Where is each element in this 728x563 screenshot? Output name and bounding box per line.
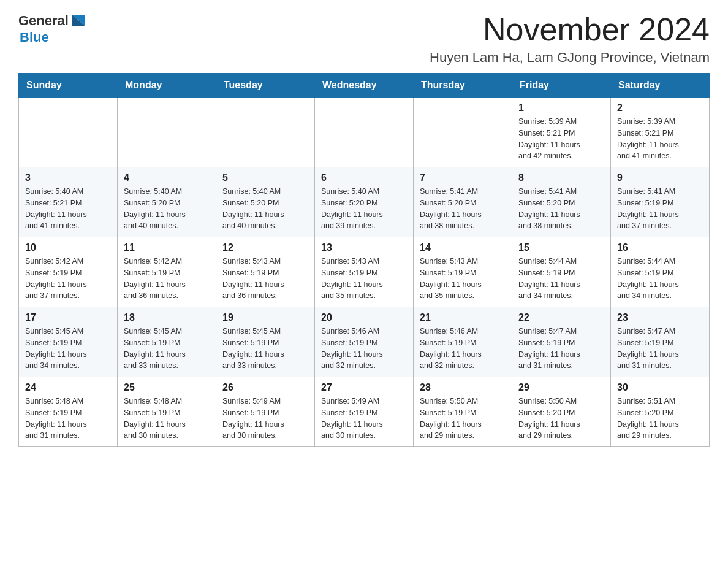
day-info: Sunrise: 5:45 AMSunset: 5:19 PMDaylight:… — [25, 326, 111, 372]
day-info: Sunrise: 5:47 AMSunset: 5:19 PMDaylight:… — [518, 326, 604, 372]
day-info: Sunrise: 5:49 AMSunset: 5:19 PMDaylight:… — [222, 396, 308, 442]
day-number: 4 — [124, 172, 210, 183]
day-info: Sunrise: 5:41 AMSunset: 5:19 PMDaylight:… — [617, 186, 703, 232]
day-info: Sunrise: 5:43 AMSunset: 5:19 PMDaylight:… — [222, 256, 308, 302]
day-number: 12 — [222, 242, 308, 253]
calendar-cell — [414, 98, 512, 167]
calendar-cell: 4Sunrise: 5:40 AMSunset: 5:20 PMDaylight… — [118, 167, 216, 237]
day-number: 11 — [124, 242, 210, 253]
week-row-2: 3Sunrise: 5:40 AMSunset: 5:21 PMDaylight… — [19, 167, 710, 237]
day-number: 18 — [124, 312, 210, 323]
day-info: Sunrise: 5:45 AMSunset: 5:19 PMDaylight:… — [222, 326, 308, 372]
day-info: Sunrise: 5:47 AMSunset: 5:19 PMDaylight:… — [617, 326, 703, 372]
calendar-cell: 13Sunrise: 5:43 AMSunset: 5:19 PMDayligh… — [315, 237, 414, 307]
day-number: 9 — [617, 172, 703, 183]
calendar-cell: 10Sunrise: 5:42 AMSunset: 5:19 PMDayligh… — [19, 237, 118, 307]
day-info: Sunrise: 5:39 AMSunset: 5:21 PMDaylight:… — [617, 116, 703, 162]
day-info: Sunrise: 5:44 AMSunset: 5:19 PMDaylight:… — [617, 256, 703, 302]
logo-icon — [70, 12, 87, 29]
calendar-table: SundayMondayTuesdayWednesdayThursdayFrid… — [18, 73, 710, 447]
page-header: General Blue November 2024 Huyen Lam Ha,… — [18, 12, 710, 66]
day-info: Sunrise: 5:48 AMSunset: 5:19 PMDaylight:… — [124, 396, 210, 442]
day-info: Sunrise: 5:50 AMSunset: 5:20 PMDaylight:… — [518, 396, 604, 442]
title-block: November 2024 Huyen Lam Ha, Lam GJong Pr… — [430, 12, 710, 66]
calendar-cell: 14Sunrise: 5:43 AMSunset: 5:19 PMDayligh… — [414, 237, 512, 307]
day-number: 29 — [518, 382, 604, 393]
day-info: Sunrise: 5:40 AMSunset: 5:20 PMDaylight:… — [222, 186, 308, 232]
day-number: 2 — [617, 102, 703, 113]
calendar-cell — [118, 98, 216, 167]
day-number: 3 — [25, 172, 111, 183]
calendar-header-row: SundayMondayTuesdayWednesdayThursdayFrid… — [19, 74, 710, 98]
subtitle: Huyen Lam Ha, Lam GJong Province, Vietna… — [430, 50, 710, 66]
day-info: Sunrise: 5:46 AMSunset: 5:19 PMDaylight:… — [321, 326, 407, 372]
month-title: November 2024 — [430, 12, 710, 47]
calendar-cell: 20Sunrise: 5:46 AMSunset: 5:19 PMDayligh… — [315, 307, 414, 377]
day-number: 19 — [222, 312, 308, 323]
calendar-cell: 23Sunrise: 5:47 AMSunset: 5:19 PMDayligh… — [611, 307, 710, 377]
week-row-4: 17Sunrise: 5:45 AMSunset: 5:19 PMDayligh… — [19, 307, 710, 377]
day-info: Sunrise: 5:40 AMSunset: 5:21 PMDaylight:… — [25, 186, 111, 232]
calendar-cell — [19, 98, 118, 167]
calendar-cell: 30Sunrise: 5:51 AMSunset: 5:20 PMDayligh… — [611, 377, 710, 447]
logo: General Blue — [18, 12, 87, 45]
day-number: 23 — [617, 312, 703, 323]
day-number: 16 — [617, 242, 703, 253]
calendar-cell: 24Sunrise: 5:48 AMSunset: 5:19 PMDayligh… — [19, 377, 118, 447]
calendar-cell: 6Sunrise: 5:40 AMSunset: 5:20 PMDaylight… — [315, 167, 414, 237]
day-header-thursday: Thursday — [414, 74, 512, 98]
day-info: Sunrise: 5:43 AMSunset: 5:19 PMDaylight:… — [321, 256, 407, 302]
logo-general-text: General — [18, 13, 69, 29]
day-number: 21 — [420, 312, 506, 323]
week-row-3: 10Sunrise: 5:42 AMSunset: 5:19 PMDayligh… — [19, 237, 710, 307]
calendar-cell: 27Sunrise: 5:49 AMSunset: 5:19 PMDayligh… — [315, 377, 414, 447]
day-info: Sunrise: 5:41 AMSunset: 5:20 PMDaylight:… — [420, 186, 506, 232]
day-info: Sunrise: 5:40 AMSunset: 5:20 PMDaylight:… — [124, 186, 210, 232]
calendar-cell: 5Sunrise: 5:40 AMSunset: 5:20 PMDaylight… — [216, 167, 315, 237]
calendar-cell: 1Sunrise: 5:39 AMSunset: 5:21 PMDaylight… — [512, 98, 611, 167]
calendar-cell: 26Sunrise: 5:49 AMSunset: 5:19 PMDayligh… — [216, 377, 315, 447]
day-number: 13 — [321, 242, 407, 253]
day-number: 6 — [321, 172, 407, 183]
calendar-cell: 28Sunrise: 5:50 AMSunset: 5:19 PMDayligh… — [414, 377, 512, 447]
calendar-cell: 17Sunrise: 5:45 AMSunset: 5:19 PMDayligh… — [19, 307, 118, 377]
day-header-sunday: Sunday — [19, 74, 118, 98]
calendar-cell: 11Sunrise: 5:42 AMSunset: 5:19 PMDayligh… — [118, 237, 216, 307]
day-number: 17 — [25, 312, 111, 323]
calendar-cell: 18Sunrise: 5:45 AMSunset: 5:19 PMDayligh… — [118, 307, 216, 377]
calendar-cell: 8Sunrise: 5:41 AMSunset: 5:20 PMDaylight… — [512, 167, 611, 237]
day-info: Sunrise: 5:50 AMSunset: 5:19 PMDaylight:… — [420, 396, 506, 442]
day-header-monday: Monday — [118, 74, 216, 98]
week-row-5: 24Sunrise: 5:48 AMSunset: 5:19 PMDayligh… — [19, 377, 710, 447]
day-number: 8 — [518, 172, 604, 183]
calendar-cell: 3Sunrise: 5:40 AMSunset: 5:21 PMDaylight… — [19, 167, 118, 237]
day-info: Sunrise: 5:49 AMSunset: 5:19 PMDaylight:… — [321, 396, 407, 442]
day-number: 27 — [321, 382, 407, 393]
day-number: 26 — [222, 382, 308, 393]
calendar-cell: 22Sunrise: 5:47 AMSunset: 5:19 PMDayligh… — [512, 307, 611, 377]
calendar-cell: 2Sunrise: 5:39 AMSunset: 5:21 PMDaylight… — [611, 98, 710, 167]
day-info: Sunrise: 5:42 AMSunset: 5:19 PMDaylight:… — [124, 256, 210, 302]
day-info: Sunrise: 5:44 AMSunset: 5:19 PMDaylight:… — [518, 256, 604, 302]
day-number: 1 — [518, 102, 604, 113]
day-number: 22 — [518, 312, 604, 323]
day-header-friday: Friday — [512, 74, 611, 98]
calendar-cell: 15Sunrise: 5:44 AMSunset: 5:19 PMDayligh… — [512, 237, 611, 307]
day-header-wednesday: Wednesday — [315, 74, 414, 98]
day-info: Sunrise: 5:51 AMSunset: 5:20 PMDaylight:… — [617, 396, 703, 442]
calendar-cell: 7Sunrise: 5:41 AMSunset: 5:20 PMDaylight… — [414, 167, 512, 237]
day-header-tuesday: Tuesday — [216, 74, 315, 98]
day-number: 5 — [222, 172, 308, 183]
day-number: 14 — [420, 242, 506, 253]
day-number: 24 — [25, 382, 111, 393]
day-header-saturday: Saturday — [611, 74, 710, 98]
day-info: Sunrise: 5:46 AMSunset: 5:19 PMDaylight:… — [420, 326, 506, 372]
day-info: Sunrise: 5:45 AMSunset: 5:19 PMDaylight:… — [124, 326, 210, 372]
day-number: 25 — [124, 382, 210, 393]
calendar-cell: 21Sunrise: 5:46 AMSunset: 5:19 PMDayligh… — [414, 307, 512, 377]
day-info: Sunrise: 5:41 AMSunset: 5:20 PMDaylight:… — [518, 186, 604, 232]
day-info: Sunrise: 5:43 AMSunset: 5:19 PMDaylight:… — [420, 256, 506, 302]
calendar-cell: 29Sunrise: 5:50 AMSunset: 5:20 PMDayligh… — [512, 377, 611, 447]
day-number: 10 — [25, 242, 111, 253]
calendar-cell — [315, 98, 414, 167]
